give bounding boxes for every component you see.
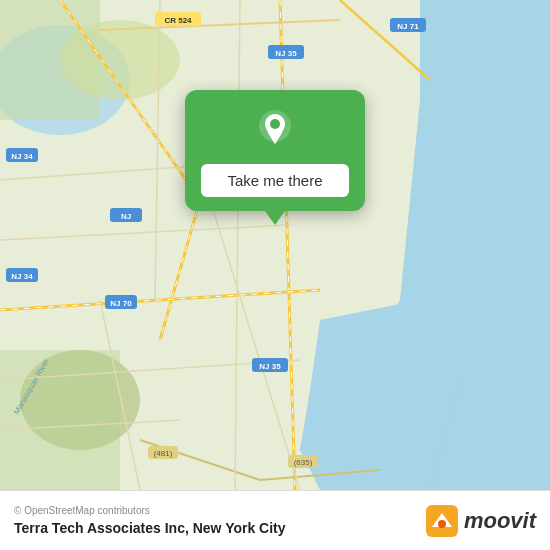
location-city-text: New York City [193,520,286,536]
location-name-text: Terra Tech Associates Inc [14,520,185,536]
svg-point-50 [270,119,280,129]
svg-text:NJ 70: NJ 70 [110,299,132,308]
bottom-left: © OpenStreetMap contributors Terra Tech … [14,505,286,536]
popup-card: Take me there [185,90,365,211]
svg-point-52 [438,520,446,528]
svg-text:NJ 35: NJ 35 [259,362,281,371]
map-container: CR 524 NJ 71 NJ 35 NJ 34 NJ NJ 34 NJ 70 … [0,0,550,490]
svg-text:NJ 71: NJ 71 [397,22,419,31]
moovit-text: moovit [464,508,536,534]
moovit-logo: moovit [426,505,536,537]
svg-text:CR 524: CR 524 [164,16,192,25]
location-name: Terra Tech Associates Inc, New York City [14,520,286,536]
map-background: CR 524 NJ 71 NJ 35 NJ 34 NJ NJ 34 NJ 70 … [0,0,550,490]
svg-text:NJ 34: NJ 34 [11,272,33,281]
moovit-icon [426,505,458,537]
svg-text:NJ 35: NJ 35 [275,49,297,58]
svg-text:(635): (635) [294,458,313,467]
location-pin-icon [253,108,297,152]
take-me-there-button[interactable]: Take me there [201,164,349,197]
svg-text:(481): (481) [154,449,173,458]
svg-text:NJ 34: NJ 34 [11,152,33,161]
svg-text:NJ: NJ [121,212,131,221]
attribution-text: © OpenStreetMap contributors [14,505,286,516]
bottom-bar: © OpenStreetMap contributors Terra Tech … [0,490,550,550]
